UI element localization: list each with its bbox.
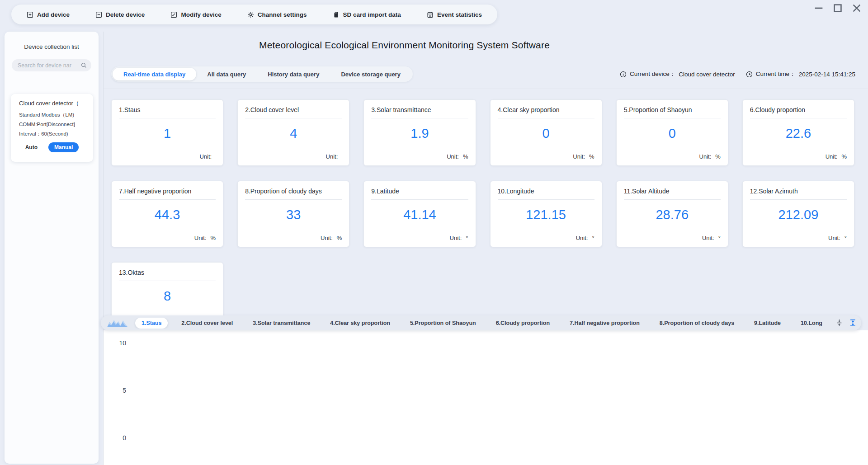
card-title: 13.Oktas xyxy=(112,263,223,276)
toolbar-button-label: Add device xyxy=(37,11,70,18)
maximize-button[interactable] xyxy=(832,3,844,14)
card-title: 11.Solar Altitude xyxy=(617,181,728,195)
status-info: Current device： Cloud cover detector Cur… xyxy=(620,70,855,78)
sd-card-icon xyxy=(333,11,340,18)
toolbar-button-label: Delete device xyxy=(106,11,145,18)
device-interval: Interval：60(Second) xyxy=(19,129,93,139)
card-title: 12.Solar Azimuth xyxy=(743,181,854,195)
calendar-icon xyxy=(427,11,434,18)
card-unit: Unit:% xyxy=(699,153,721,160)
main-tab[interactable]: History data query xyxy=(257,68,330,80)
card-title: 1.Staus xyxy=(112,100,223,113)
collapse-chart-button[interactable] xyxy=(835,319,843,327)
chart-tab[interactable]: 1.Staus xyxy=(135,318,168,329)
chart-tabs: 1.Staus 2.Cloud cover level 3.Solar tran… xyxy=(132,318,832,329)
toolbar-button[interactable]: Event statistics xyxy=(427,11,482,18)
card-separator xyxy=(624,199,721,200)
card-unit-value: % xyxy=(211,235,216,241)
chart-tab[interactable]: 9.Latitude xyxy=(748,318,787,329)
card-separator xyxy=(750,199,847,200)
chart-tab[interactable]: 7.Half negative proportion xyxy=(563,318,646,329)
card-unit-label: Unit: xyxy=(699,153,712,160)
card-value: 0 xyxy=(617,126,728,141)
card-value: 1 xyxy=(112,126,223,141)
toolbar-button[interactable]: Modify device xyxy=(170,11,221,18)
chart-y-axis: 10 5 0 xyxy=(109,338,126,465)
card-title: 10.Longitude xyxy=(491,181,602,195)
chart-tab[interactable]: 4.Clear sky proportion xyxy=(324,318,396,329)
card-unit-label: Unit: xyxy=(199,153,212,160)
page-title: Meteorological Ecological Environment Mo… xyxy=(104,40,705,51)
collapse-vertical-icon xyxy=(835,319,843,327)
chart-tab[interactable]: 2.Cloud cover level xyxy=(175,318,239,329)
chart-tab[interactable]: 10.Long xyxy=(794,318,829,329)
card-unit: Unit:° xyxy=(576,235,594,241)
clock-icon xyxy=(746,71,753,78)
chart-tab[interactable]: 8.Proportion of cloudy days xyxy=(653,318,741,329)
chart-tab-strip: 1.Staus 2.Cloud cover level 3.Solar tran… xyxy=(101,315,861,330)
device-search xyxy=(12,59,91,71)
toolbar-button-label: SD card import data xyxy=(343,11,401,18)
data-card: 4.Clear sky proportion 0 Unit:% xyxy=(490,99,602,166)
card-unit-value: ° xyxy=(844,235,847,241)
device-search-input[interactable] xyxy=(12,59,91,71)
window-controls xyxy=(813,3,863,14)
toolbar-button-label: Modify device xyxy=(181,11,221,18)
toolbar-button[interactable]: Channel settings xyxy=(247,11,307,18)
data-card: 10.Longitude 121.15 Unit:° xyxy=(490,181,602,247)
card-value: 22.6 xyxy=(743,126,854,141)
y-axis-tick-label: 0 xyxy=(109,433,126,465)
main-tab[interactable]: Real-time data display xyxy=(113,68,196,80)
card-unit-value: ° xyxy=(718,235,721,241)
card-title: 7.Half negative proportion xyxy=(112,181,223,195)
main-tab[interactable]: All data query xyxy=(196,68,257,80)
main-tab[interactable]: Device storage query xyxy=(330,68,411,80)
card-value: 44.3 xyxy=(112,207,223,222)
current-device-value: Cloud cover detector xyxy=(679,71,735,78)
toolbar: Add device Delete device Modify device C… xyxy=(11,5,497,24)
card-unit: Unit:° xyxy=(702,235,721,241)
chart-tab[interactable]: 6.Cloudy proportion xyxy=(490,318,556,329)
card-unit-value: ° xyxy=(592,235,594,241)
card-title: 8.Proportion of cloudy days xyxy=(238,181,349,195)
expand-vertical-icon xyxy=(849,319,857,327)
data-card: 3.Solar transmittance 1.9 Unit:% xyxy=(363,99,476,166)
card-value: 4 xyxy=(238,126,349,141)
chart-panel: 10 5 0 xyxy=(104,330,868,465)
card-unit: Unit: xyxy=(199,153,216,160)
expand-chart-button[interactable] xyxy=(849,319,857,327)
chart-tab[interactable]: 3.Solar transmittance xyxy=(246,318,316,329)
info-circle-icon xyxy=(620,71,627,78)
card-value: 8 xyxy=(112,289,223,304)
card-unit-label: Unit: xyxy=(826,153,838,160)
card-unit: Unit:% xyxy=(194,235,216,241)
close-icon xyxy=(851,2,863,14)
minimize-button[interactable] xyxy=(813,3,825,14)
card-value: 28.76 xyxy=(617,207,728,222)
card-separator xyxy=(119,281,216,281)
close-button[interactable] xyxy=(851,3,863,14)
device-list-item[interactable]: Cloud cover detector（ Standard Modbus（LM… xyxy=(11,94,93,162)
card-unit: Unit:° xyxy=(450,235,468,241)
current-time-label: Current time： xyxy=(756,70,796,78)
card-unit-value: % xyxy=(715,153,721,160)
toolbar-button[interactable]: SD card import data xyxy=(333,11,401,18)
card-title: 2.Cloud cover level xyxy=(238,100,349,113)
manual-toggle[interactable]: Manual xyxy=(48,142,79,152)
card-unit: Unit: xyxy=(326,153,342,160)
gear-icon xyxy=(247,11,254,18)
toolbar-button[interactable]: Delete device xyxy=(95,11,145,18)
card-unit-label: Unit: xyxy=(573,153,585,160)
device-protocol: Standard Modbus（LM) xyxy=(19,110,93,120)
card-separator xyxy=(119,118,216,118)
card-unit-label: Unit: xyxy=(702,235,714,241)
toolbar-button[interactable]: Add device xyxy=(27,11,70,18)
auto-toggle[interactable]: Auto xyxy=(25,144,38,150)
card-unit-label: Unit: xyxy=(321,235,333,241)
chart-tab[interactable]: 5.Proportion of Shaoyun xyxy=(404,318,482,329)
maximize-icon xyxy=(832,2,844,14)
current-device-label: Current device： xyxy=(630,70,675,78)
card-unit-value: % xyxy=(463,153,468,160)
edit-square-icon xyxy=(170,11,177,18)
card-unit: Unit:% xyxy=(573,153,594,160)
